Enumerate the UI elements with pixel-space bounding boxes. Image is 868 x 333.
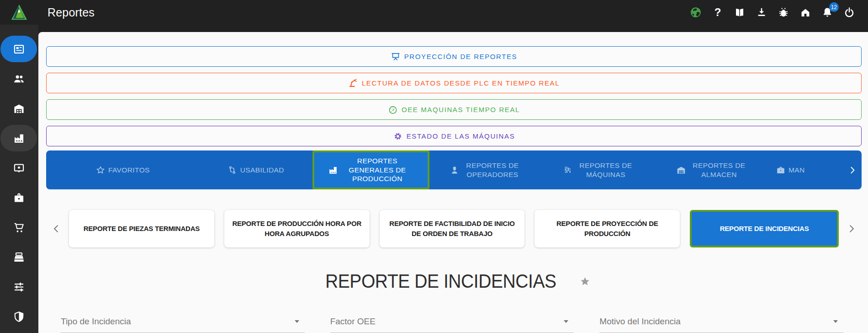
language-globe-icon[interactable] xyxy=(690,6,702,18)
article-icon xyxy=(13,43,25,55)
briefcase-icon xyxy=(776,165,786,175)
report-heading: REPORTE DE INCIDENCIAS xyxy=(46,270,862,292)
factor-oee-select[interactable]: Factor OEE xyxy=(330,312,574,333)
precision-machine-icon xyxy=(563,165,573,175)
sidebar-nav xyxy=(0,25,38,333)
quick-link-label: ESTADO DE LAS MÁQUINAS xyxy=(407,132,515,140)
card-reporte-piezas-terminadas[interactable]: REPORTE DE PIEZAS TERMINADAS xyxy=(69,210,214,247)
sidebar-item-reports[interactable] xyxy=(0,36,37,62)
card-reporte-produccion-hora[interactable]: REPORTE DE PRODUCCIÓN HORA POR HORA AGRU… xyxy=(224,210,370,247)
chevron-left-icon xyxy=(51,224,61,234)
sidebar-item-sales[interactable] xyxy=(0,244,37,270)
download-icon[interactable] xyxy=(756,6,767,18)
toolbox-icon xyxy=(13,192,25,204)
report-category-tabs: FAVORITOS USABILIDAD REPORTES GENERALES … xyxy=(46,150,862,189)
warehouse-icon xyxy=(13,102,25,115)
tune-icon xyxy=(13,281,25,293)
shield-icon xyxy=(13,311,25,323)
report-title: REPORTE DE INCIDENCIAS xyxy=(325,270,556,292)
app-logo xyxy=(0,4,38,21)
carousel-next-button[interactable] xyxy=(842,223,862,234)
speedometer-icon xyxy=(388,105,398,115)
quick-link-label: PROYECCIÓN DE REPORTES xyxy=(404,53,517,60)
documentation-book-icon[interactable] xyxy=(734,6,746,18)
chevron-down-icon xyxy=(833,320,838,323)
page-title: Reportes xyxy=(48,6,95,19)
usability-route-icon xyxy=(228,165,238,175)
sidebar-item-security[interactable] xyxy=(0,303,37,330)
carousel-prev-button[interactable] xyxy=(46,223,66,234)
engineer-icon xyxy=(450,165,460,175)
app-root: Reportes ? 12 PROYECCIÓN DE REPORTES xyxy=(0,0,868,333)
quick-link-label: LECTURA DE DATOS DESDE PLC EN TIEMPO REA… xyxy=(362,79,560,87)
sidebar-item-warehouse[interactable] xyxy=(0,95,37,122)
tab-reportes-maquinas[interactable]: REPORTES DE MÁQUINAS xyxy=(543,150,656,189)
sidebar-item-quality[interactable] xyxy=(0,155,37,181)
cart-icon xyxy=(13,221,25,234)
bug-report-icon[interactable] xyxy=(778,6,789,18)
chevron-right-icon xyxy=(847,224,857,234)
presentation-screen-icon xyxy=(391,52,401,62)
people-icon xyxy=(13,73,25,85)
proyeccion-de-reportes-button[interactable]: PROYECCIÓN DE REPORTES xyxy=(46,46,862,67)
report-filters: Tipo de Incidencia Factor OEE Motivo del… xyxy=(46,312,862,333)
card-reporte-factibilidad[interactable]: REPORTE DE FACTIBILIDAD DE INICIO DE ORD… xyxy=(380,210,525,247)
report-cards-carousel: REPORTE DE PIEZAS TERMINADAS REPORTE DE … xyxy=(46,210,862,247)
cash-register-icon xyxy=(13,251,25,263)
oee-maquinas-button[interactable]: OEE MAQUINAS TIEMPO REAL xyxy=(46,99,862,120)
report-cards: REPORTE DE PIEZAS TERMINADAS REPORTE DE … xyxy=(69,210,839,247)
tab-reportes-operadores[interactable]: REPORTES DE OPERADORES xyxy=(429,150,543,189)
tab-usabilidad[interactable]: USABILIDAD xyxy=(199,150,312,189)
tab-mantenimiento-truncated[interactable]: MAN xyxy=(769,150,843,189)
tab-reportes-generales-produccion[interactable]: REPORTES GENERALES DE PRODUCCIÓN xyxy=(312,150,429,189)
chevron-down-icon xyxy=(295,320,299,323)
lectura-plc-button[interactable]: LECTURA DE DATOS DESDE PLC EN TIEMPO REA… xyxy=(46,73,862,93)
tab-reportes-almacen[interactable]: REPORTES DE ALMACEN xyxy=(656,150,769,189)
power-icon[interactable] xyxy=(843,6,855,18)
sidebar-item-operators[interactable] xyxy=(0,65,37,92)
card-star-icon xyxy=(13,162,25,174)
robotic-arm-icon xyxy=(348,78,358,88)
card-reporte-proyeccion[interactable]: REPORTE DE PROYECCIÓN DE PRODUCCIÓN xyxy=(535,210,680,247)
topbar-actions: ? 12 xyxy=(690,6,868,18)
top-app-bar: Reportes ? 12 xyxy=(0,0,868,25)
gear-icon xyxy=(393,131,403,141)
tipo-de-incidencia-select[interactable]: Tipo de Incidencia xyxy=(61,312,305,333)
motivo-del-incidencia-select[interactable]: Motivo del Incidencia xyxy=(599,312,843,333)
estado-maquinas-button[interactable]: ESTADO DE LAS MÁQUINAS xyxy=(46,126,862,146)
tab-favoritos[interactable]: FAVORITOS xyxy=(46,150,199,189)
help-icon[interactable]: ? xyxy=(712,6,724,18)
chevron-down-icon xyxy=(564,320,568,323)
notifications-badge: 12 xyxy=(829,2,839,12)
quick-links: PROYECCIÓN DE REPORTES LECTURA DE DATOS … xyxy=(46,46,862,146)
home-icon[interactable] xyxy=(799,6,811,18)
sidebar-item-configuration[interactable] xyxy=(0,274,37,300)
notifications-bell-icon[interactable]: 12 xyxy=(821,6,833,18)
main-content: PROYECCIÓN DE REPORTES LECTURA DE DATOS … xyxy=(38,32,868,333)
sidebar-item-production[interactable] xyxy=(0,125,37,151)
sidebar-item-toolbox[interactable] xyxy=(0,184,37,211)
factory-icon xyxy=(328,165,338,175)
star-outline-icon xyxy=(95,165,106,175)
chevron-right-icon xyxy=(848,166,857,175)
favorite-star-icon[interactable] xyxy=(579,275,591,288)
sidebar-item-purchases[interactable] xyxy=(0,214,37,241)
card-reporte-incidencias[interactable]: REPORTE DE INCIDENCIAS xyxy=(690,210,839,247)
factory-icon xyxy=(13,132,25,145)
tabs-scroll-right-button[interactable] xyxy=(843,150,862,189)
quick-link-label: OEE MAQUINAS TIEMPO REAL xyxy=(402,106,520,113)
warehouse-icon xyxy=(676,165,686,175)
